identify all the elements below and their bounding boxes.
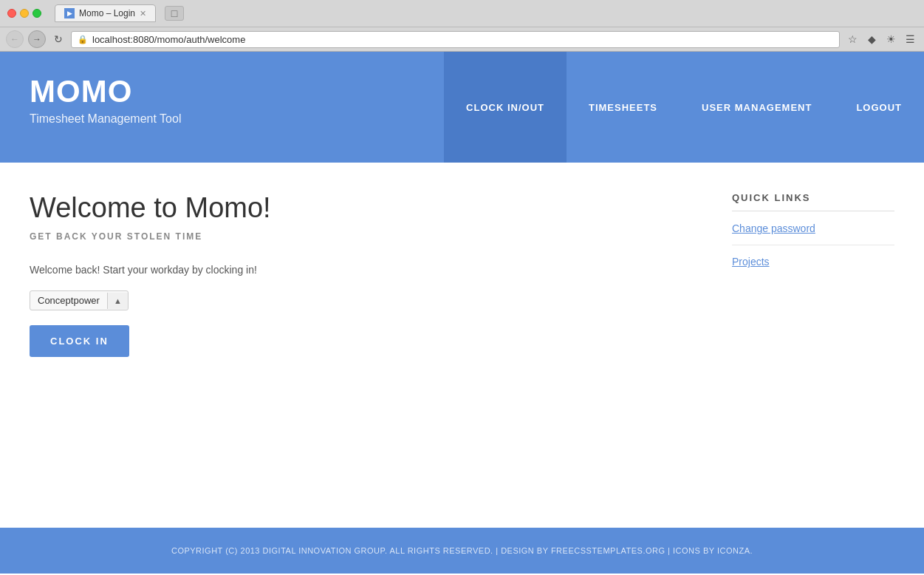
nav-logout[interactable]: LOGOUT — [834, 52, 924, 163]
address-url: localhost:8080/momo/auth/welcome — [92, 34, 245, 45]
nav-timesheets[interactable]: TIMESHEETS — [567, 52, 680, 163]
welcome-title: Welcome to Momo! — [30, 192, 702, 224]
select-arrow-icon: ▲ — [107, 293, 128, 309]
browser-toolbar: ← → ↻ 🔒 localhost:8080/momo/auth/welcome… — [0, 27, 924, 51]
app-subtitle: Timesheet Management Tool — [30, 112, 414, 126]
tab-close-button[interactable]: ✕ — [140, 9, 146, 18]
sidebar: QUICK LINKS Change password Projects — [732, 192, 894, 429]
globe-button[interactable]: ☀ — [883, 31, 899, 47]
address-bar[interactable]: 🔒 localhost:8080/momo/auth/welcome — [71, 31, 840, 48]
tab-title: Momo – Login — [79, 8, 135, 18]
browser-tab[interactable]: ▶ Momo – Login ✕ — [55, 4, 156, 22]
browser-actions: ☆ ◆ ☀ ☰ — [844, 31, 918, 47]
sidebar-link-change-password[interactable]: Change password — [732, 222, 894, 234]
tab-favicon: ▶ — [64, 8, 75, 18]
app-brand: MOMO Timesheet Management Tool — [0, 52, 444, 163]
company-select[interactable]: Conceptpower — [30, 291, 107, 310]
app-nav: CLOCK IN/OUT TIMESHEETS USER MANAGEMENT … — [444, 52, 924, 163]
reload-button[interactable]: ↻ — [50, 31, 66, 47]
welcome-text: Welcome back! Start your workday by cloc… — [30, 264, 702, 276]
sidebar-divider — [732, 245, 894, 245]
content-spacer — [0, 458, 924, 528]
page-wrapper: MOMO Timesheet Management Tool CLOCK IN/… — [0, 52, 924, 574]
back-button[interactable]: ← — [6, 30, 24, 48]
content-area: Welcome to Momo! GET BACK YOUR STOLEN TI… — [30, 192, 702, 429]
company-select-wrapper[interactable]: Conceptpower ▲ — [30, 290, 129, 310]
nav-clock-in-out[interactable]: CLOCK IN/OUT — [444, 52, 567, 163]
footer-text: COPYRIGHT (C) 2013 DIGITAL INNOVATION GR… — [30, 546, 894, 555]
nav-user-management[interactable]: USER MANAGEMENT — [680, 52, 834, 163]
maximize-window-button[interactable] — [32, 9, 41, 18]
new-tab-button[interactable]: □ — [165, 6, 184, 21]
bookmark-button[interactable]: ☆ — [844, 31, 860, 47]
window-controls — [7, 9, 41, 18]
menu-button[interactable]: ☰ — [902, 31, 918, 47]
app-header: MOMO Timesheet Management Tool CLOCK IN/… — [0, 52, 924, 163]
minimize-window-button[interactable] — [20, 9, 29, 18]
forward-button[interactable]: → — [28, 30, 46, 48]
browser-chrome: ▶ Momo – Login ✕ □ ← → ↻ 🔒 localhost:808… — [0, 0, 924, 52]
clock-in-button[interactable]: CLOCK IN — [30, 325, 129, 357]
app-footer: COPYRIGHT (C) 2013 DIGITAL INNOVATION GR… — [0, 528, 924, 574]
app-main: Welcome to Momo! GET BACK YOUR STOLEN TI… — [0, 163, 924, 458]
welcome-subtitle: GET BACK YOUR STOLEN TIME — [30, 231, 702, 242]
sidebar-link-projects[interactable]: Projects — [732, 256, 894, 268]
address-lock-icon: 🔒 — [78, 35, 88, 44]
extensions-button[interactable]: ◆ — [863, 31, 880, 47]
app-title: MOMO — [30, 74, 414, 109]
close-window-button[interactable] — [7, 9, 16, 18]
sidebar-title: QUICK LINKS — [732, 192, 894, 211]
